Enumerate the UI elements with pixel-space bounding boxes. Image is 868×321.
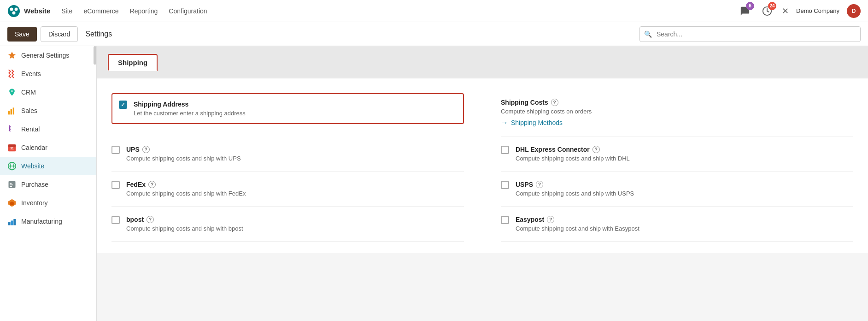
svg-rect-9 (13, 107, 14, 114)
ups-checkbox[interactable] (111, 146, 120, 154)
page-title: Settings (85, 30, 112, 38)
sidebar-item-inventory[interactable]: Inventory (0, 194, 96, 212)
shipping-costs-desc: Compute shipping costs on orders (501, 108, 853, 115)
scrollbar[interactable] (94, 46, 96, 65)
easypost-title: Easypost ? (516, 216, 639, 223)
svg-rect-17 (10, 183, 12, 184)
nav-ecommerce[interactable]: eCommerce (83, 6, 118, 17)
search-input[interactable] (639, 26, 861, 42)
easypost-text: Easypost ? Compute shipping cost and shi… (516, 216, 639, 232)
arrow-right-icon: → (501, 119, 508, 127)
easypost-checkbox[interactable] (501, 216, 509, 224)
bpost-text: bpost ? Compute shipping costs and ship … (126, 216, 243, 232)
odoo-logo-icon (7, 5, 20, 18)
svg-rect-19 (10, 186, 12, 187)
svg-marker-5 (8, 52, 16, 59)
sidebar-label-general-settings: General Settings (21, 52, 69, 59)
usps-text: USPS ? Compute shipping costs and ship w… (516, 181, 634, 197)
avatar[interactable]: D (847, 4, 861, 18)
inventory-icon (7, 198, 17, 208)
crm-icon (7, 88, 17, 97)
usps-checkbox[interactable] (501, 181, 509, 189)
fedex-help-icon[interactable]: ? (148, 181, 156, 188)
sidebar-label-purchase: Purchase (21, 181, 48, 188)
usps-title: USPS ? (516, 181, 634, 188)
shipping-costs-setting: Shipping Costs ? Compute shipping costs … (501, 89, 853, 137)
search-icon: 🔍 (644, 30, 652, 38)
main-content: Shipping Shipping Address Let the custom… (97, 46, 868, 321)
usps-setting: USPS ? Compute shipping costs and ship w… (501, 172, 853, 207)
sidebar-item-website[interactable]: Website (0, 157, 96, 175)
ups-text: UPS ? Compute shipping costs and ship wi… (126, 146, 241, 162)
nav-configuration[interactable]: Configuration (169, 6, 207, 17)
manufacturing-icon (7, 217, 17, 226)
easypost-help-icon[interactable]: ? (547, 216, 554, 223)
section-header: Shipping (97, 46, 868, 78)
dhl-text: DHL Express Connector ? Compute shipping… (516, 146, 630, 162)
sidebar-item-crm[interactable]: CRM (0, 83, 96, 101)
settings-content: Shipping Address Let the customer enter … (97, 78, 868, 253)
usps-desc: Compute shipping costs and ship with USP… (516, 190, 634, 197)
sidebar-item-calendar[interactable]: 31 Calendar (0, 138, 96, 157)
calendar-icon: 31 (7, 143, 17, 152)
svg-rect-18 (10, 184, 13, 185)
fedex-title: FedEx ? (126, 181, 246, 188)
save-button[interactable]: Save (7, 27, 37, 42)
dhl-checkbox[interactable] (501, 146, 509, 154)
shipping-address-setting: Shipping Address Let the customer enter … (111, 93, 464, 124)
chat-notification-button[interactable]: 6 (738, 4, 752, 18)
ups-title: UPS ? (126, 146, 241, 153)
shipping-methods-link[interactable]: → Shipping Methods (501, 119, 853, 127)
svg-point-0 (8, 5, 20, 17)
toolbar: Save Discard Settings 🔍 (0, 22, 868, 46)
shipping-address-checkbox[interactable] (119, 101, 127, 109)
sidebar-item-rental[interactable]: Rental (0, 120, 96, 138)
svg-point-6 (11, 90, 12, 92)
sidebar-label-inventory: Inventory (21, 199, 48, 207)
svg-point-3 (12, 11, 16, 14)
bpost-setting: bpost ? Compute shipping costs and ship … (111, 207, 464, 242)
svg-rect-7 (8, 111, 10, 114)
sales-icon (7, 106, 17, 115)
activity-badge: 24 (768, 2, 776, 10)
bpost-checkbox[interactable] (111, 216, 120, 224)
nav-reporting[interactable]: Reporting (130, 6, 158, 17)
dhl-help-icon[interactable]: ? (592, 146, 600, 153)
close-button[interactable]: ✕ (782, 6, 789, 16)
activity-notification-button[interactable]: 24 (760, 4, 774, 18)
svg-rect-22 (8, 222, 11, 226)
usps-help-icon[interactable]: ? (536, 181, 543, 188)
sidebar-label-sales: Sales (21, 107, 37, 114)
bpost-desc: Compute shipping costs and ship with bpo… (126, 225, 243, 232)
fedex-checkbox[interactable] (111, 181, 120, 189)
svg-point-2 (15, 7, 18, 11)
sidebar-item-general-settings[interactable]: General Settings (0, 46, 96, 65)
ups-help-icon[interactable]: ? (142, 146, 150, 153)
sidebar: General Settings Events CRM Sales Rental (0, 46, 97, 321)
sidebar-item-events[interactable]: Events (0, 65, 96, 83)
dhl-desc: Compute shipping costs and ship with DHL (516, 155, 630, 162)
app-logo[interactable]: Website (7, 5, 50, 18)
shipping-costs-help-icon[interactable]: ? (551, 99, 558, 106)
fedex-text: FedEx ? Compute shipping costs and ship … (126, 181, 246, 197)
sidebar-label-calendar: Calendar (21, 144, 47, 151)
bpost-help-icon[interactable]: ? (147, 216, 154, 223)
svg-text:31: 31 (10, 147, 14, 150)
company-name: Demo Company (796, 7, 839, 14)
sidebar-item-purchase[interactable]: Purchase (0, 175, 96, 194)
events-icon (7, 69, 17, 78)
sidebar-item-manufacturing[interactable]: Manufacturing (0, 212, 96, 231)
chat-badge: 6 (746, 2, 754, 10)
discard-button[interactable]: Discard (41, 26, 78, 42)
top-nav-right: 6 24 ✕ Demo Company D (738, 4, 861, 18)
shipping-address-text: Shipping Address Let the customer enter … (134, 101, 246, 117)
shipping-tab[interactable]: Shipping (108, 54, 158, 71)
sidebar-label-rental: Rental (21, 125, 40, 133)
sidebar-label-crm: CRM (21, 89, 36, 96)
nav-site[interactable]: Site (61, 6, 72, 17)
sidebar-label-events: Events (21, 70, 41, 77)
shipping-address-title: Shipping Address (134, 101, 246, 108)
sidebar-item-sales[interactable]: Sales (0, 101, 96, 120)
ups-setting: UPS ? Compute shipping costs and ship wi… (111, 137, 464, 172)
dhl-setting: DHL Express Connector ? Compute shipping… (501, 137, 853, 172)
